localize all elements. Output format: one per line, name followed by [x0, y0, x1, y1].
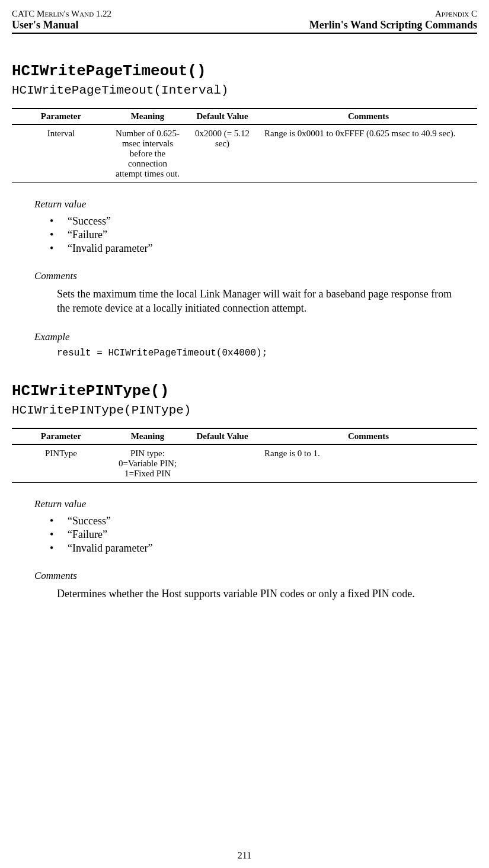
cell-comments: Range is 0 to 1.	[260, 444, 477, 483]
col-meaning: Meaning	[110, 108, 185, 124]
comments-body: Sets the maximum time the local Link Man…	[57, 287, 465, 316]
table-header-row: Parameter Meaning Default Value Comments	[12, 428, 477, 444]
header-product: CATC Merlin's Wand 1.22	[12, 9, 111, 19]
cell-meaning: PIN type: 0=Variable PIN; 1=Fixed PIN	[110, 444, 185, 483]
col-comments: Comments	[260, 108, 477, 124]
cell-default	[185, 444, 260, 483]
function-title: HCIWritePageTimeout()	[12, 62, 477, 80]
cell-comments: Range is 0x0001 to 0xFFFF (0.625 msec to…	[260, 124, 477, 183]
return-value-list: “Success” “Failure” “Invalid parameter”	[50, 515, 477, 555]
table-row: PINType PIN type: 0=Variable PIN; 1=Fixe…	[12, 444, 477, 483]
page-number: 211	[0, 850, 489, 861]
col-parameter: Parameter	[12, 108, 110, 124]
document-page: CATC Merlin's Wand 1.22 Appendix C User'…	[0, 0, 489, 868]
list-item: “Success”	[50, 215, 477, 228]
cell-meaning: Number of 0.625-msec intervals before th…	[110, 124, 185, 183]
cell-parameter: PINType	[12, 444, 110, 483]
function-signature: HCIWritePINType(PINType)	[12, 403, 477, 417]
comments-body: Determines whether the Host supports var…	[57, 587, 465, 601]
table-header-row: Parameter Meaning Default Value Comments	[12, 108, 477, 124]
header-section-title: Merlin's Wand Scripting Commands	[309, 19, 477, 31]
list-item: “Invalid parameter”	[50, 242, 477, 255]
running-header-top: CATC Merlin's Wand 1.22 Appendix C	[12, 9, 477, 19]
function-title: HCIWritePINType()	[12, 382, 477, 400]
col-comments: Comments	[260, 428, 477, 444]
function-signature: HCIWritePageTimeout(Interval)	[12, 84, 477, 97]
col-parameter: Parameter	[12, 428, 110, 444]
parameter-table: Parameter Meaning Default Value Comments…	[12, 428, 477, 483]
example-code: result = HCIWritePageTimeout(0x4000);	[57, 348, 477, 358]
cell-parameter: Interval	[12, 124, 110, 183]
list-item: “Invalid parameter”	[50, 542, 477, 555]
col-default: Default Value	[185, 428, 260, 444]
parameter-table: Parameter Meaning Default Value Comments…	[12, 108, 477, 183]
header-appendix: Appendix C	[435, 9, 477, 19]
example-heading: Example	[34, 331, 477, 343]
col-meaning: Meaning	[110, 428, 185, 444]
cell-default: 0x2000 (= 5.12 sec)	[185, 124, 260, 183]
return-value-heading: Return value	[34, 198, 477, 210]
comments-heading: Comments	[34, 270, 477, 282]
header-manual: User's Manual	[12, 19, 79, 31]
list-item: “Failure”	[50, 229, 477, 241]
comments-heading: Comments	[34, 570, 477, 582]
running-header-bottom: User's Manual Merlin's Wand Scripting Co…	[12, 19, 477, 34]
col-default: Default Value	[185, 108, 260, 124]
list-item: “Failure”	[50, 529, 477, 541]
list-item: “Success”	[50, 515, 477, 527]
return-value-heading: Return value	[34, 498, 477, 510]
table-row: Interval Number of 0.625-msec intervals …	[12, 124, 477, 183]
return-value-list: “Success” “Failure” “Invalid parameter”	[50, 215, 477, 255]
